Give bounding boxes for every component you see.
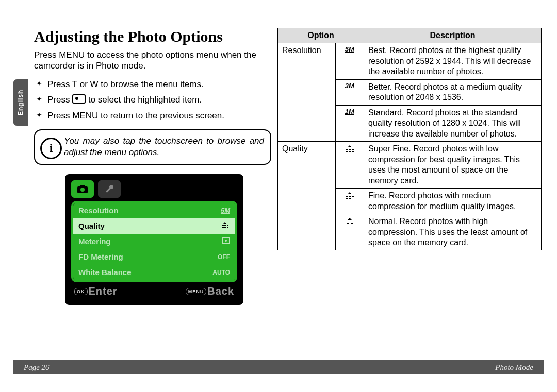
- value-icon: [222, 237, 230, 246]
- svg-rect-19: [352, 196, 354, 197]
- table-header-row: Option Description: [278, 28, 542, 43]
- svg-rect-23: [351, 223, 353, 224]
- manual-page: English Adjusting the Photo Options Pres…: [13, 18, 544, 374]
- info-icon: i: [40, 138, 62, 159]
- resolution-1m-icon: 1M: [335, 105, 364, 141]
- svg-rect-22: [347, 223, 349, 224]
- text: to select the highlighted item.: [88, 95, 202, 105]
- value-icon: [220, 221, 230, 230]
- svg-rect-1: [80, 185, 85, 188]
- photo-mode-tab: [71, 180, 94, 198]
- resolution-5m-icon: 5M: [335, 43, 364, 79]
- menu-list: Resolution 5M Quality Metering FD Me: [71, 201, 237, 282]
- value: 5M: [221, 207, 230, 214]
- record-icon: [72, 94, 86, 104]
- instruction-list: Press T or W to browse the menu items. P…: [34, 79, 271, 123]
- quality-normal-icon: [335, 214, 364, 250]
- cell-description: Better. Record photos at a medium qualit…: [364, 79, 542, 105]
- camera-icon: [77, 184, 88, 194]
- menu-row-quality: Quality: [73, 218, 235, 234]
- menu-row-metering: Metering: [73, 234, 235, 249]
- quality-fine-icon: [335, 189, 364, 214]
- label: FD Metering: [78, 252, 123, 261]
- svg-rect-7: [224, 227, 226, 228]
- left-column: Adjusting the Photo Options Press MENU t…: [34, 28, 271, 305]
- svg-rect-16: [352, 151, 354, 152]
- right-column: Option Description Resolution 5M Best. R…: [277, 28, 542, 250]
- cell-description: Normal. Record photos with high compress…: [364, 214, 542, 250]
- svg-point-2: [80, 188, 85, 192]
- text: Press: [47, 95, 72, 105]
- svg-rect-21: [349, 198, 351, 199]
- svg-rect-15: [349, 151, 351, 152]
- page-footer: Page 26 Photo Mode: [13, 360, 544, 374]
- svg-point-10: [225, 240, 227, 242]
- footer-section: Photo Mode: [495, 363, 533, 372]
- menu-row-resolution: Resolution 5M: [73, 203, 235, 218]
- cell-quality-label: Quality: [278, 142, 336, 250]
- svg-rect-5: [227, 225, 228, 226]
- camcorder-screenshot: Resolution 5M Quality Metering FD Me: [65, 174, 243, 305]
- label: White Balance: [78, 268, 132, 277]
- instruction-item: Press to select the highlighted item.: [34, 94, 271, 106]
- menu-back-label: MENUBack: [186, 285, 234, 297]
- svg-rect-11: [346, 149, 348, 150]
- value: OFF: [218, 253, 230, 261]
- cell-description: Best. Record photos at the highest quali…: [364, 43, 542, 79]
- page-title: Adjusting the Photo Options: [34, 28, 271, 45]
- language-tab: English: [13, 79, 28, 126]
- svg-rect-6: [222, 227, 224, 228]
- cell-description: Super Fine. Record photos with low compr…: [364, 142, 542, 189]
- intro-text: Press MENU to access the photo options m…: [34, 49, 271, 72]
- header-option: Option: [278, 28, 364, 43]
- footer-page: Page 26: [24, 363, 50, 372]
- svg-rect-13: [352, 149, 354, 150]
- label: Resolution: [78, 206, 119, 215]
- table-row: Quality Super Fine. Record photos with l…: [278, 142, 542, 189]
- header-description: Description: [364, 28, 542, 43]
- menu-row-fd-metering: FD Metering OFF: [73, 249, 235, 265]
- menu-row-white-balance: White Balance AUTO: [73, 265, 235, 280]
- ok-pill: OK: [74, 288, 88, 295]
- svg-rect-18: [349, 196, 351, 197]
- instruction-item: Press MENU to return to the previous scr…: [34, 110, 271, 122]
- instruction-item: Press T or W to browse the menu items.: [34, 79, 271, 91]
- menu-footer: OKEnter MENUBack: [69, 282, 239, 301]
- svg-rect-3: [222, 225, 224, 226]
- options-table: Option Description Resolution 5M Best. R…: [277, 28, 542, 250]
- svg-rect-17: [346, 196, 348, 197]
- svg-rect-20: [346, 198, 348, 199]
- svg-rect-12: [349, 149, 351, 150]
- menu-pill: MENU: [186, 288, 207, 295]
- label: Quality: [78, 221, 105, 230]
- quality-superfine-icon: [335, 142, 364, 189]
- back-text: Back: [207, 285, 234, 297]
- label: Metering: [78, 237, 111, 246]
- cell-description: Fine. Record photos with medium compress…: [364, 189, 542, 214]
- ok-enter-label: OKEnter: [74, 285, 118, 297]
- info-text: You may also tap the touchscreen to brow…: [64, 136, 264, 157]
- resolution-3m-icon: 3M: [335, 79, 364, 105]
- enter-text: Enter: [89, 285, 118, 297]
- cell-resolution-label: Resolution: [278, 43, 336, 142]
- info-callout: i You may also tap the touchscreen to br…: [34, 129, 271, 164]
- table-row: Resolution 5M Best. Record photos at the…: [278, 43, 542, 79]
- wrench-icon: [104, 184, 114, 194]
- value: AUTO: [212, 269, 230, 276]
- cell-description: Standard. Record photos at the standard …: [364, 105, 542, 141]
- mode-tabs: [69, 178, 239, 201]
- svg-rect-8: [227, 227, 228, 228]
- svg-rect-4: [224, 225, 226, 226]
- tools-mode-tab: [98, 180, 121, 198]
- svg-rect-14: [346, 151, 348, 152]
